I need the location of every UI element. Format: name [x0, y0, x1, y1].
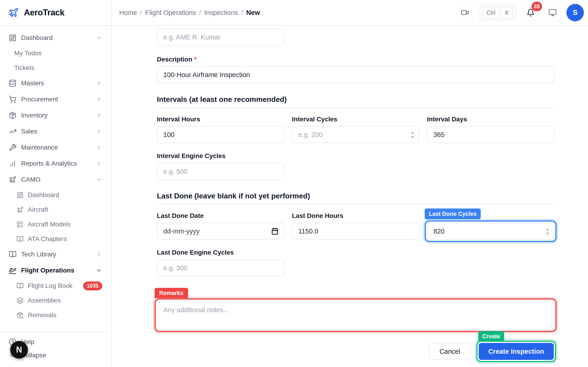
chevron-right-icon — [96, 251, 102, 258]
top-actions: Ctrl K 28 S — [457, 4, 584, 21]
trending-up-icon — [9, 127, 17, 135]
breadcrumb-home[interactable]: Home — [119, 9, 137, 17]
sidebar-item-procurement[interactable]: Procurement — [0, 91, 111, 107]
description-input[interactable] — [157, 66, 554, 83]
trending-up-icon — [9, 127, 17, 135]
chevron-right-icon — [96, 144, 102, 151]
interval-cycles-field: Interval Cycles ▲▼ — [292, 116, 419, 143]
sidebar-item-sales[interactable]: Sales — [0, 123, 111, 140]
plane-icon — [9, 176, 17, 184]
interval-days-input[interactable] — [427, 126, 554, 143]
plane-icon — [9, 176, 17, 184]
sidebar-item-flight-operations[interactable]: Flight Operations — [0, 262, 111, 278]
sidebar-item-my-todos[interactable]: My Todos — [0, 46, 111, 60]
sidebar-item-removals[interactable]: Removals — [0, 308, 111, 323]
sidebar-item-label: Tech Library — [21, 251, 56, 258]
sidebar-item-label: Reports & Analytics — [21, 160, 77, 167]
breadcrumb-flight-operations[interactable]: Flight Operations — [145, 9, 196, 17]
sidebar-item-flight-log-book[interactable]: Flight Log Book1035 — [0, 278, 111, 293]
book-open-icon — [9, 250, 17, 258]
package-icon — [9, 111, 17, 119]
display-settings-button[interactable] — [544, 4, 561, 21]
sidebar-item-label: Procurement — [21, 96, 58, 103]
sidebar-item-label: CAMO — [21, 176, 40, 183]
screen-record-button[interactable] — [457, 4, 473, 21]
interval-engine-cycles-field: Interval Engine Cycles — [157, 152, 284, 180]
wrench-icon — [9, 144, 17, 151]
interval-hours-input[interactable] — [157, 126, 284, 143]
last-done-date-field: Last Done Date — [157, 212, 284, 240]
interval-days-label: Interval Days — [427, 116, 554, 123]
sidebar-item-aircraft-models[interactable]: Aircraft Models — [0, 217, 111, 232]
cancel-button[interactable]: Cancel — [429, 343, 471, 360]
sidebar-item-label: Inventory — [21, 112, 48, 119]
intervals-section-title: Intervals (at least one recommended) — [157, 95, 554, 104]
last-done-cycles-input[interactable] — [427, 223, 554, 240]
interval-engine-cycles-label: Interval Engine Cycles — [157, 152, 284, 160]
technician-input[interactable] — [157, 29, 284, 46]
interval-days-field: Interval Days — [427, 116, 554, 143]
form-actions: Cancel Create Create Inspection — [157, 343, 554, 360]
breadcrumb-separator: / — [140, 9, 142, 17]
calendar-icon[interactable] — [271, 227, 279, 235]
interval-hours-field: Interval Hours — [157, 116, 284, 143]
sidebar-item-label: Tickets — [14, 64, 35, 72]
sidebar-item-label: Sales — [21, 128, 37, 135]
create-inspection-button[interactable]: Create Inspection — [479, 343, 554, 360]
notifications-button[interactable]: 28 — [522, 4, 539, 21]
user-avatar[interactable]: S — [566, 4, 584, 21]
sidebar-item-ata-chapters[interactable]: ATA Chapters — [0, 232, 111, 246]
chevron-right-icon — [96, 96, 102, 102]
breadcrumb-inspections[interactable]: Inspections — [204, 9, 238, 17]
plane-takeoff-icon — [9, 267, 17, 274]
chevron-right-icon — [96, 128, 102, 135]
chevron-down-icon — [96, 267, 102, 274]
chevron-right-icon — [96, 80, 102, 86]
chevron-right-icon — [96, 160, 102, 167]
sidebar-item-aircraft[interactable]: Aircraft — [0, 202, 111, 217]
k-keycap: K — [502, 7, 513, 18]
sidebar-item-tickets[interactable]: Tickets — [0, 60, 111, 75]
last-done-cycles-field: Last Done Cycles Last Done Cycles ▲▼ — [427, 212, 554, 240]
wrench-icon — [9, 144, 17, 151]
sidebar-item-inventory[interactable]: Inventory — [0, 107, 111, 123]
number-stepper[interactable]: ▲▼ — [546, 227, 549, 235]
sidebar-item-camo[interactable]: CAMO — [0, 172, 111, 188]
command-palette-button[interactable]: Ctrl K — [479, 4, 517, 21]
bar-chart-icon — [9, 160, 17, 167]
interval-engine-cycles-input[interactable] — [157, 163, 284, 180]
sidebar-item-assemblies[interactable]: Assemblies — [0, 293, 111, 308]
ctrl-keycap: Ctrl — [483, 7, 499, 18]
sidebar-item-dashboard[interactable]: Dashboard — [0, 30, 111, 46]
book-open-icon — [9, 250, 17, 258]
sidebar-item-masters[interactable]: Masters — [0, 75, 111, 91]
last-done-date-input[interactable] — [157, 223, 284, 240]
form-content: Description * Intervals (at least one re… — [112, 26, 588, 367]
sidebar-item-tech-library[interactable]: Tech Library — [0, 246, 111, 262]
interval-cycles-input[interactable] — [292, 126, 419, 143]
sidebar-item-dashboard[interactable]: Dashboard — [0, 188, 111, 202]
notification-count-badge: 28 — [531, 2, 542, 11]
book-open-icon — [17, 282, 24, 290]
sidebar-item-label: Aircraft Models — [28, 221, 71, 228]
remarks-textarea[interactable] — [157, 301, 554, 330]
sidebar-item-reports-analytics[interactable]: Reports & Analytics — [0, 156, 111, 172]
dev-indicator-button[interactable]: N — [10, 341, 28, 359]
sidebar-item-label: My Todos — [14, 50, 42, 57]
top-bar: Home / Flight Operations / Inspections /… — [112, 0, 588, 26]
chevron-down-icon — [96, 35, 102, 41]
plane-logo-icon — [8, 7, 19, 18]
sidebar-item-label: Maintenance — [21, 144, 58, 151]
sidebar-item-maintenance[interactable]: Maintenance — [0, 140, 111, 156]
last-done-hours-input[interactable] — [292, 223, 419, 240]
chevron-down-icon — [96, 176, 102, 183]
section-divider — [157, 204, 554, 204]
annotation-badge-remarks: Remarks — [155, 288, 188, 298]
book-open-icon — [17, 236, 24, 243]
database-icon — [9, 79, 17, 87]
sidebar-footer: N HelpCollapse — [0, 332, 111, 367]
number-stepper[interactable]: ▲▼ — [411, 131, 414, 139]
chevron-down-icon — [96, 267, 102, 274]
app-logo[interactable]: AeroTrack — [0, 0, 111, 26]
last-done-engine-cycles-input[interactable] — [157, 259, 284, 276]
